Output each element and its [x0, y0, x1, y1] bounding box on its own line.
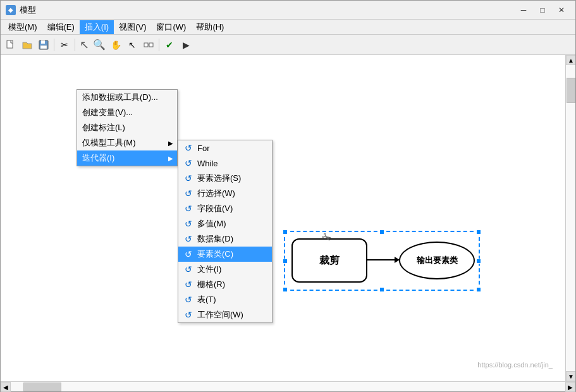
- submenu-multi-value[interactable]: ↺ 多值(M): [178, 216, 272, 231]
- output-label: 输出要素类: [417, 255, 458, 266]
- row-select-label: 行选择(W): [197, 188, 235, 199]
- menu-create-note[interactable]: 创建标注(L): [77, 120, 177, 135]
- canvas-area[interactable]: ✂ 裁剪 输出要素类 https://blog.csdn.net/jin_: [1, 55, 565, 381]
- workspace-label: 工作空间(W): [197, 309, 243, 321]
- table-icon: ↺: [183, 295, 193, 305]
- toolbar-separator-1: [54, 39, 54, 51]
- submenu-for[interactable]: ↺ For: [178, 140, 272, 156]
- insert-menu-dropdown: 添加数据或工具(D)... 创建变量(V)... 创建标注(L) 仅模型工具(M…: [77, 89, 178, 166]
- menu-iterator[interactable]: 迭代器(I): [77, 150, 177, 166]
- menu-bar: 模型(M) 编辑(E) 插入(I) 视图(V) 窗口(W) 帮助(H): [1, 20, 575, 35]
- handle-bm[interactable]: [379, 287, 384, 292]
- dataset-icon: ↺: [183, 234, 193, 244]
- multi-value-icon: ↺: [183, 219, 193, 229]
- file-icon: ↺: [183, 264, 193, 274]
- create-var-label: 创建变量(V)...: [82, 107, 133, 118]
- handle-br[interactable]: [476, 287, 481, 292]
- zoom-in-button[interactable]: 🔍: [92, 37, 107, 52]
- element-select-icon: ↺: [183, 173, 193, 183]
- close-button[interactable]: ✕: [553, 4, 570, 16]
- submenu-workspace[interactable]: ↺ 工作空间(W): [178, 307, 272, 322]
- new-button[interactable]: [3, 37, 18, 52]
- menu-model[interactable]: 模型(M): [3, 20, 42, 34]
- submenu-file[interactable]: ↺ 文件(I): [178, 262, 272, 277]
- title-bar-buttons: ─ □ ✕: [515, 4, 570, 16]
- handle-mr[interactable]: [476, 259, 481, 264]
- handle-tl[interactable]: [283, 230, 288, 235]
- insert-dropdown: 添加数据或工具(D)... 创建变量(V)... 创建标注(L) 仅模型工具(M…: [77, 89, 178, 166]
- svg-rect-2: [41, 40, 45, 44]
- hand-tool-button[interactable]: ✋: [108, 37, 123, 52]
- for-label: For: [197, 144, 210, 153]
- window-title: 模型: [20, 4, 515, 16]
- field-value-label: 字段值(V): [197, 203, 233, 214]
- iterator-submenu: ↺ For ↺ While ↺ 要素选择(S) ↺ 行选择(W): [178, 140, 273, 323]
- menu-window[interactable]: 窗口(W): [151, 20, 191, 34]
- scroll-thumb-right[interactable]: [567, 78, 575, 103]
- while-loop-icon: ↺: [183, 158, 193, 168]
- svg-rect-5: [149, 43, 153, 47]
- toolbar-separator-2: [75, 39, 75, 51]
- scroll-track-bottom[interactable]: [11, 382, 565, 391]
- maximize-button[interactable]: □: [534, 4, 551, 16]
- minimize-button[interactable]: ─: [515, 4, 532, 16]
- connection-arrow: [367, 259, 399, 260]
- scroll-thumb-bottom[interactable]: [23, 383, 61, 391]
- handle-ml[interactable]: [283, 259, 288, 264]
- crop-shape[interactable]: 裁剪: [291, 238, 367, 283]
- handle-tm[interactable]: [379, 230, 384, 235]
- app-icon: ◆: [6, 5, 16, 15]
- submenu-while[interactable]: ↺ While: [178, 156, 272, 171]
- connect-button[interactable]: [141, 37, 156, 52]
- menu-help[interactable]: 帮助(H): [191, 20, 229, 34]
- cut-button[interactable]: ✂: [57, 37, 72, 52]
- dataset-label: 数据集(D): [197, 233, 233, 245]
- handle-bl[interactable]: [283, 287, 288, 292]
- for-loop-icon: ↺: [183, 143, 193, 153]
- menu-insert[interactable]: 插入(I): [80, 20, 114, 34]
- submenu-field-value[interactable]: ↺ 字段值(V): [178, 201, 272, 216]
- field-value-icon: ↺: [183, 204, 193, 214]
- menu-add-data-tool[interactable]: 添加数据或工具(D)...: [77, 90, 177, 105]
- scroll-up-button[interactable]: ▲: [566, 55, 575, 65]
- menu-create-var[interactable]: 创建变量(V)...: [77, 105, 177, 120]
- grid-label: 栅格(R): [197, 279, 225, 290]
- validate-button[interactable]: ✔: [162, 37, 177, 52]
- submenu-dataset[interactable]: ↺ 数据集(D): [178, 231, 272, 247]
- while-label: While: [197, 159, 218, 168]
- scroll-down-button[interactable]: ▼: [566, 371, 575, 381]
- model-only-label: 仅模型工具(M): [82, 137, 136, 149]
- submenu-element-class[interactable]: ↺ 要素类(C): [178, 247, 272, 262]
- element-class-icon: ↺: [183, 249, 193, 259]
- handle-tr[interactable]: [476, 230, 481, 235]
- workspace-icon: ↺: [183, 310, 193, 320]
- multi-value-label: 多值(M): [197, 218, 226, 230]
- menu-model-only[interactable]: 仅模型工具(M): [77, 135, 177, 150]
- submenu-row-select[interactable]: ↺ 行选择(W): [178, 186, 272, 201]
- submenu-grid[interactable]: ↺ 栅格(R): [178, 277, 272, 292]
- right-scrollbar: ▲ ▼: [565, 55, 575, 381]
- toolbar: ✂ ↖ 🔍 ✋ ↖ ✔ ▶: [1, 35, 575, 55]
- svg-rect-3: [40, 46, 47, 49]
- output-shape[interactable]: 输出要素类: [399, 242, 475, 279]
- crop-label: 裁剪: [319, 254, 340, 267]
- create-note-label: 创建标注(L): [82, 122, 125, 133]
- scroll-right-button[interactable]: ▶: [565, 382, 575, 392]
- menu-edit[interactable]: 编辑(E): [42, 20, 80, 34]
- main-area: ✂ 裁剪 输出要素类 https://blog.csdn.net/jin_: [1, 55, 575, 381]
- select-button[interactable]: ↖: [125, 37, 140, 52]
- menu-view[interactable]: 视图(V): [114, 20, 151, 34]
- scroll-track-right[interactable]: [566, 65, 575, 371]
- save-button[interactable]: [36, 37, 51, 52]
- submenu-table[interactable]: ↺ 表(T): [178, 292, 272, 307]
- submenu-element-select[interactable]: ↺ 要素选择(S): [178, 171, 272, 186]
- file-label: 文件(I): [197, 264, 221, 275]
- watermark: https://blog.csdn.net/jin_: [477, 361, 553, 369]
- run-button[interactable]: ▶: [178, 37, 193, 52]
- main-window: ◆ 模型 ─ □ ✕ 模型(M) 编辑(E) 插入(I) 视图(V) 窗口(W)…: [0, 0, 576, 392]
- scroll-left-button[interactable]: ◀: [1, 382, 11, 392]
- title-bar: ◆ 模型 ─ □ ✕: [1, 1, 575, 20]
- svg-rect-4: [144, 43, 148, 47]
- open-button[interactable]: [20, 37, 35, 52]
- row-select-icon: ↺: [183, 188, 193, 199]
